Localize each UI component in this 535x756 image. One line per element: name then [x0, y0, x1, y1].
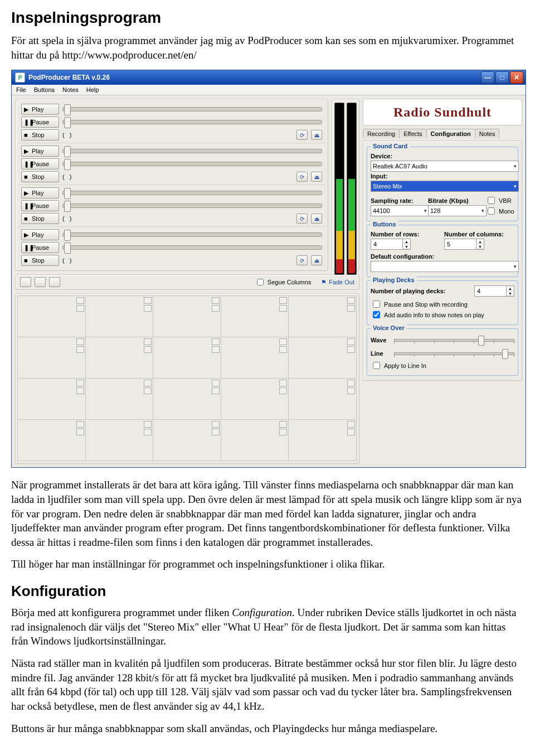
mono-checkbox[interactable]: Mono: [485, 206, 514, 216]
apply-line-in-checkbox[interactable]: Apply to Line In: [371, 360, 514, 371]
deck-1: ▶Play ❚❚Pause ■Stop ( ) ⟳ ⏏: [18, 101, 325, 143]
deck2-play-button[interactable]: ▶Play: [21, 146, 59, 157]
settings-icon[interactable]: [49, 277, 60, 287]
sound-card-group: Sound Card Device: Realtek AC97 Audio▾ I…: [367, 147, 518, 221]
sound-button[interactable]: [85, 337, 154, 379]
segue-columns-checkbox[interactable]: Segue Columns: [255, 277, 311, 287]
sound-button[interactable]: [17, 295, 86, 337]
sound-button[interactable]: [153, 419, 221, 461]
playing-decks-panel: ▶Play ❚❚Pause ■Stop ( ) ⟳ ⏏: [15, 99, 328, 271]
deck3-eject-button[interactable]: ⏏: [311, 214, 322, 224]
wave-slider[interactable]: [394, 335, 514, 345]
sound-button[interactable]: [288, 337, 357, 379]
deck3-rewind-button[interactable]: ⟳: [296, 214, 308, 224]
deck2-pause-button[interactable]: ❚❚Pause: [21, 158, 59, 169]
sound-button[interactable]: [85, 295, 154, 337]
deck-3: ▶Play ❚❚Pause ■Stop ( ) ⟳ ⏏: [18, 185, 325, 226]
num-decks-spinner[interactable]: 4 ▲▼: [474, 285, 514, 297]
sound-button[interactable]: [85, 378, 154, 420]
deck4-eject-button[interactable]: ⏏: [311, 255, 322, 265]
sound-button[interactable]: [221, 295, 289, 337]
menu-bar: File Buttons Notes Help: [12, 85, 526, 95]
menu-notes[interactable]: Notes: [62, 86, 79, 93]
sound-button[interactable]: [17, 337, 86, 379]
save-icon[interactable]: [35, 277, 46, 287]
deck4-pause-button[interactable]: ❚❚Pause: [21, 242, 59, 253]
line-slider[interactable]: [394, 348, 514, 358]
tab-configuration[interactable]: Configuration: [426, 129, 475, 138]
logo-radio-sundhult: Radio Sundhult: [363, 99, 522, 125]
sound-button[interactable]: [153, 337, 221, 379]
deck3-time: ( ): [62, 215, 72, 222]
podproducer-window: P PodProducer BETA v.0.26 — □ ✕ File But…: [11, 70, 526, 468]
default-config-label: Default configuration:: [371, 253, 514, 260]
deck1-pause-button[interactable]: ❚❚Pause: [21, 117, 59, 128]
sound-buttons-grid: [15, 293, 359, 464]
deck3-pause-button[interactable]: ❚❚Pause: [21, 200, 59, 211]
deck2-rewind-button[interactable]: ⟳: [296, 172, 308, 182]
deck4-stop-button[interactable]: ■Stop: [21, 255, 59, 266]
sound-button[interactable]: [221, 419, 289, 461]
tab-recording[interactable]: Recording: [363, 129, 400, 138]
bitrate-select[interactable]: 128▾: [428, 205, 487, 216]
deck1-eject-button[interactable]: ⏏: [311, 130, 322, 140]
deck1-progress-slider[interactable]: [62, 120, 322, 124]
minimize-button[interactable]: —: [481, 71, 494, 84]
tab-effects[interactable]: Effects: [399, 129, 426, 138]
deck2-progress-slider[interactable]: [62, 162, 322, 166]
sound-button[interactable]: [17, 419, 86, 461]
heading-inspelningsprogram: Inspelningsprogram: [11, 9, 524, 27]
menu-buttons[interactable]: Buttons: [34, 86, 55, 93]
voice-over-group: Voice Over Wave Line: [367, 328, 518, 376]
deck-2: ▶Play ❚❚Pause ■Stop ( ) ⟳ ⏏: [18, 143, 325, 185]
deck1-stop-button[interactable]: ■Stop: [21, 129, 59, 140]
sound-button[interactable]: [221, 378, 289, 420]
tab-notes[interactable]: Notes: [475, 129, 500, 138]
deck3-stop-button[interactable]: ■Stop: [21, 213, 59, 224]
add-audio-info-checkbox[interactable]: Add audio info to show notes on play: [371, 309, 514, 320]
input-label: Input:: [371, 173, 514, 180]
maximize-button[interactable]: □: [495, 71, 509, 84]
menu-help[interactable]: Help: [86, 86, 99, 93]
rows-spinner[interactable]: 4 ▲▼: [371, 239, 411, 250]
vu-meter-panel: [332, 99, 359, 271]
sound-button[interactable]: [288, 419, 357, 461]
deck2-time: ( ): [62, 173, 72, 180]
deck2-volume-slider[interactable]: [62, 149, 322, 153]
vbr-checkbox[interactable]: VBR: [485, 195, 514, 206]
sound-button[interactable]: [221, 337, 289, 379]
menu-file[interactable]: File: [16, 86, 26, 93]
deck1-play-button[interactable]: ▶Play: [21, 104, 59, 115]
deck4-progress-slider[interactable]: [62, 245, 322, 250]
app-icon: P: [15, 72, 25, 83]
deck3-volume-slider[interactable]: [62, 191, 322, 195]
close-button[interactable]: ✕: [510, 71, 523, 84]
paragraph-config-1: Börja med att konfigurera programmet und…: [11, 605, 524, 648]
deck2-stop-button[interactable]: ■Stop: [21, 171, 59, 182]
deck3-play-button[interactable]: ▶Play: [21, 187, 59, 198]
sampling-label: Sampling rate:: [371, 197, 425, 204]
paragraph-install: När programmet installerats är det bara …: [11, 478, 524, 549]
open-icon[interactable]: [20, 277, 31, 287]
sound-button[interactable]: [288, 295, 357, 337]
sound-button[interactable]: [153, 378, 221, 420]
deck4-rewind-button[interactable]: ⟳: [296, 255, 308, 265]
deck1-rewind-button[interactable]: ⟳: [296, 130, 308, 140]
device-select[interactable]: Realtek AC97 Audio▾: [371, 161, 519, 172]
default-config-select[interactable]: ▾: [371, 261, 519, 272]
deck2-eject-button[interactable]: ⏏: [311, 172, 322, 182]
sound-button[interactable]: [153, 295, 221, 337]
deck1-volume-slider[interactable]: [62, 107, 322, 112]
sampling-select[interactable]: 44100▾: [371, 205, 429, 216]
input-select[interactable]: Stereo Mix▾: [371, 181, 519, 192]
deck4-volume-slider[interactable]: [62, 232, 322, 237]
pause-stop-checkbox[interactable]: Pause and Stop with recording: [371, 299, 514, 309]
cols-spinner[interactable]: 5 ▲▼: [444, 239, 484, 250]
sound-button[interactable]: [288, 378, 357, 420]
sound-button[interactable]: [85, 419, 154, 461]
deck3-progress-slider[interactable]: [62, 203, 322, 208]
deck4-play-button[interactable]: ▶Play: [21, 229, 59, 240]
sound-button[interactable]: [17, 378, 86, 420]
fade-out-checkbox[interactable]: ⚑ Fade Out: [321, 279, 354, 286]
num-decks-label: Number of playing decks:: [371, 288, 470, 294]
